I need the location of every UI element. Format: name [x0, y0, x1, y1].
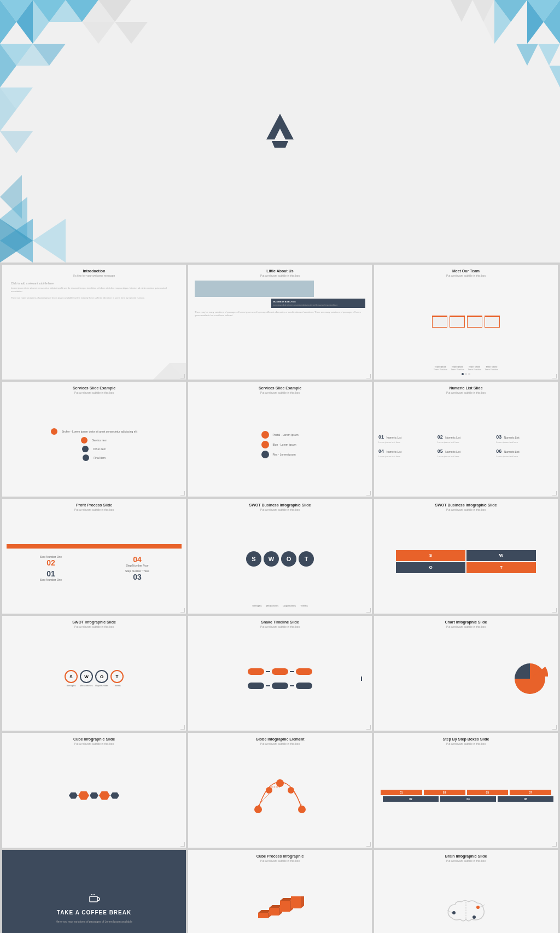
svg-rect-49 [258, 913, 268, 918]
profit-bar [7, 544, 182, 549]
slide-subtitle-snake: Put a relevant subtitle in this box [192, 625, 368, 628]
snake-pill-6 [248, 683, 264, 689]
slide-subtitle-chart: Put a relevant subtitle in this box [378, 625, 553, 628]
cube-hex-1 [69, 792, 78, 799]
slide-corner-s2 [366, 491, 371, 495]
cube-process-svg [255, 896, 305, 929]
swot-rings: S Strengths W Weaknesses O Opportunities… [7, 631, 182, 726]
slide-coffee-break[interactable]: TAKE A COFFEE BREAK Here you may variati… [2, 850, 186, 933]
slide-cube-infographic[interactable]: Cube Infographic Slide Put a relevant su… [2, 733, 186, 848]
slide-snake-timeline[interactable]: Snake Timeline Slide Put a relevant subt… [188, 616, 372, 731]
team-card-1 [432, 316, 447, 328]
svg-marker-16 [82, 22, 115, 44]
numeric-item-1: 01 Numeric List Lorem ipsum text here [378, 431, 436, 444]
swot-boxes: S W O T [396, 550, 536, 573]
slide-step-boxes[interactable]: Step By Step Boxes Slide Put a relevant … [374, 733, 558, 848]
slide-subtitle-numeric: Put a relevant subtitle in this box [378, 391, 553, 394]
svg-rect-48 [90, 896, 97, 902]
coffee-subtitle: Here you may variations of passages of L… [56, 920, 132, 923]
svg-marker-35 [266, 114, 294, 139]
slide-subtitle-globe: Put a relevant subtitle in this box [192, 742, 368, 745]
svg-marker-60 [301, 896, 304, 908]
slide-subtitle-brain: Put a relevant subtitle in this box [378, 859, 553, 862]
cube-hex-3 [90, 792, 98, 799]
slide-corner-s1 [180, 491, 185, 495]
slide-title-team: Meet Our Team [378, 269, 553, 273]
snake-pill-5 [272, 683, 288, 689]
snake-timeline [192, 631, 368, 726]
slide-title-services2: Services Slide Example [192, 386, 368, 390]
team-card-2 [450, 316, 465, 328]
svg-marker-33 [451, 0, 472, 22]
slide-subtitle-swot1: Put a relevant subtitle in this box [192, 508, 368, 511]
slide-subtitle-services2: Put a relevant subtitle in this box [192, 391, 368, 394]
svg-point-64 [472, 915, 476, 919]
numeric-item-2: 02 Numeric List Lorem ipsum text here [438, 431, 495, 444]
slide-profit-process[interactable]: Profit Process Slide Put a relevant subt… [2, 499, 186, 614]
slide-title-swot3: SWOT Infographic Slide [7, 620, 182, 624]
slide-subtitle-cube: Put a relevant subtitle in this box [7, 742, 182, 745]
step-boxes-content: 01 03 05 07 02 04 [378, 748, 553, 843]
service-dot-2 [81, 437, 88, 444]
slide-swot-1[interactable]: SWOT Business Infographic Slide Put a re… [188, 499, 372, 614]
slide-swot-2[interactable]: SWOT Business Infographic Slide Put a re… [374, 499, 558, 614]
svg-point-41 [266, 787, 272, 794]
svg-marker-29 [538, 44, 560, 66]
slide-subtitle-profit: Put a relevant subtitle in this box [7, 508, 182, 511]
slide-title-globe: Globe Infographic Element [192, 737, 368, 741]
coffee-break-text: TAKE A COFFEE BREAK [57, 909, 131, 915]
slide-corner-about [366, 374, 371, 378]
slide-brain-infographic[interactable]: Brain Infographic Slide Put a relevant s… [374, 850, 558, 933]
brain-svg [444, 896, 488, 929]
slide-corner-numeric [552, 491, 557, 495]
slide-corner-swot1 [366, 608, 371, 613]
slide-subtitle-services1: Put a relevant subtitle in this box [7, 391, 182, 394]
svg-rect-55 [280, 901, 290, 912]
svg-marker-17 [115, 22, 148, 44]
slide-title-about: Little About Us [192, 269, 368, 273]
slide-title-chart: Chart Infographic Slide [378, 620, 553, 624]
slide-numeric-list[interactable]: Numeric List Slide Put a relevant subtit… [374, 382, 558, 497]
svg-point-40 [254, 806, 262, 813]
svg-point-63 [452, 911, 456, 914]
svg-rect-58 [291, 896, 301, 908]
slide-title-cubeprocess: Cube Process Infographic [192, 854, 368, 858]
svc2-circle-2 [261, 441, 269, 448]
slide-meet-team[interactable]: Meet Our Team Put a relevant subtitle in… [374, 265, 558, 380]
slide-corner-team [552, 374, 557, 378]
pie-chart [511, 662, 549, 695]
svg-point-44 [298, 806, 306, 813]
numeric-item-4: 04 Numeric List Lorem ipsum text here [378, 445, 436, 458]
slide-services-2[interactable]: Services Slide Example Put a relevant su… [188, 382, 372, 497]
slide-subtitle-team: Put a relevant subtitle in this box [378, 274, 553, 277]
hero-logo [258, 109, 302, 153]
numeric-item-6: 06 Numeric List Lorem ipsum text here [496, 445, 553, 458]
slide-cube-process[interactable]: Cube Process Infographic Put a relevant … [188, 850, 372, 933]
cube-infographic-content [7, 748, 182, 843]
svc2-circle-1 [261, 431, 269, 439]
slide-chart-infographic[interactable]: Chart Infographic Slide Put a relevant s… [374, 616, 558, 731]
slide-introduction[interactable]: Introduction It's fine for your welcome … [2, 265, 186, 380]
snake-pill-2 [272, 668, 288, 675]
cube-hex-5 [110, 792, 119, 799]
svg-point-62 [476, 906, 480, 909]
svg-marker-23 [33, 219, 66, 263]
globe-svg [253, 777, 307, 815]
slide-globe-infographic[interactable]: Globe Infographic Element Put a relevant… [188, 733, 372, 848]
slide-about-us[interactable]: Little About Us Put a relevant subtitle … [188, 265, 372, 380]
slide-services-1[interactable]: Services Slide Example Put a relevant su… [2, 382, 186, 497]
slide-corner-swot2 [552, 608, 557, 613]
swot-ring-t: T [110, 670, 124, 683]
slide-subtitle-stepboxes: Put a relevant subtitle in this box [378, 742, 553, 745]
swot-ring-s: S [65, 670, 78, 683]
slide-subtitle-about: Put a relevant subtitle in this box [192, 274, 368, 277]
team-card-3 [467, 316, 482, 328]
slide-corner-snake [366, 725, 371, 730]
globe-content [192, 748, 368, 843]
slide-swot-3[interactable]: SWOT Infographic Slide Put a relevant su… [2, 616, 186, 731]
svg-marker-31 [549, 66, 560, 88]
svg-marker-30 [516, 44, 538, 66]
slide-title-cube: Cube Infographic Slide [7, 737, 182, 741]
numeric-item-5: 05 Numeric List Lorem ipsum text here [438, 445, 495, 458]
slide-corner-chart [552, 725, 557, 730]
